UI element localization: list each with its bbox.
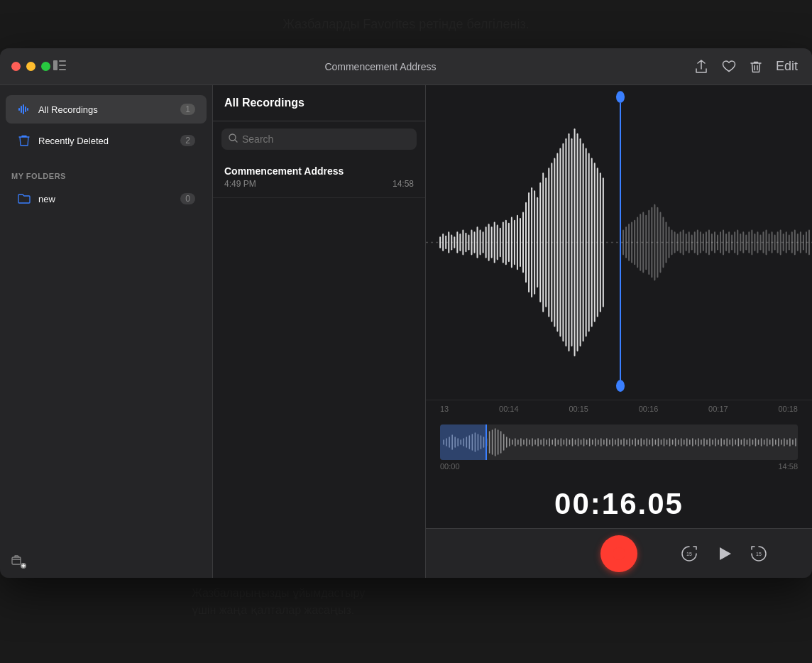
time-marker-3: 00:16	[639, 405, 659, 413]
svg-rect-0	[53, 60, 57, 70]
middle-panel-header: All Recordings	[213, 85, 425, 121]
mini-time-end: 14:58	[778, 462, 798, 471]
mini-time-labels: 00:00 14:58	[440, 460, 798, 473]
titlebar: Commencement Address Edit	[0, 48, 812, 85]
svg-point-72	[616, 91, 625, 103]
app-body: All Recordings 1 Recently Deleted 2 My F…	[0, 85, 812, 578]
waveform-svg	[426, 85, 812, 400]
main-panel: 13 00:14 00:15 00:16 00:17 00:18	[426, 85, 812, 578]
titlebar-actions: Edit	[692, 56, 801, 77]
my-folders-header: My Folders	[0, 165, 212, 183]
traffic-lights	[11, 62, 50, 71]
svg-rect-3	[59, 69, 66, 70]
recording-duration: 14:58	[393, 179, 414, 189]
recording-item[interactable]: Commencement Address 4:49 PM 14:58	[213, 157, 425, 198]
svg-rect-8	[27, 108, 28, 111]
trash-icon	[17, 133, 31, 148]
svg-point-74	[616, 380, 625, 392]
titlebar-center: Commencement Address	[69, 61, 692, 72]
svg-rect-2	[59, 65, 66, 66]
svg-rect-1	[59, 60, 66, 62]
sidebar-bottom	[0, 545, 212, 578]
skip-back-button[interactable]: 15	[679, 543, 700, 564]
tooltip-bottom: Жазбаларыңызды ұйымдастыру үшін жаңа қал…	[0, 578, 812, 663]
svg-rect-4	[18, 108, 20, 111]
sidebar-item-new-folder[interactable]: new 0	[6, 185, 207, 213]
skip-forward-button[interactable]: 15	[748, 543, 769, 564]
waveform-icon	[17, 102, 31, 116]
sidebar-item-recently-deleted[interactable]: Recently Deleted 2	[6, 126, 207, 155]
sidebar-item-all-recordings[interactable]: All Recordings 1	[6, 95, 207, 124]
sidebar-all-recordings-count: 1	[180, 104, 195, 115]
sidebar-toggle-button[interactable]	[50, 56, 69, 77]
mini-time-start: 00:00	[440, 462, 460, 471]
search-icon	[229, 133, 238, 145]
time-marker-1: 00:14	[499, 405, 519, 413]
svg-rect-7	[25, 106, 26, 112]
sidebar-new-folder-count: 0	[180, 193, 195, 204]
edit-button[interactable]: Edit	[773, 56, 801, 77]
add-folder-button[interactable]	[11, 554, 27, 569]
svg-rect-9	[12, 557, 21, 564]
svg-text:15: 15	[686, 552, 692, 557]
middle-panel: All Recordings Commencement Address 4:49…	[213, 85, 426, 578]
folder-icon	[17, 192, 31, 206]
svg-point-266	[613, 547, 625, 560]
controls-bar: 15 15	[426, 528, 812, 578]
mini-waveform-bg[interactable]	[440, 424, 798, 460]
search-bar[interactable]	[221, 128, 417, 150]
play-button[interactable]	[714, 544, 734, 564]
app-window: Commencement Address Edit	[0, 48, 812, 578]
sidebar-recently-deleted-count: 2	[180, 135, 195, 146]
mini-progress-indicator	[440, 424, 487, 460]
playback-time: 00:16.05	[426, 476, 812, 528]
delete-button[interactable]	[747, 57, 764, 77]
svg-rect-6	[23, 104, 24, 114]
record-button[interactable]	[600, 535, 637, 572]
favorite-button[interactable]	[719, 57, 739, 76]
sidebar-recently-deleted-label: Recently Deleted	[38, 136, 173, 146]
time-marker-0: 13	[440, 405, 449, 413]
recording-item-title: Commencement Address	[224, 165, 414, 177]
sidebar: All Recordings 1 Recently Deleted 2 My F…	[0, 85, 213, 578]
time-axis: 13 00:14 00:15 00:16 00:17 00:18	[426, 400, 812, 417]
mini-waveform-container[interactable]: 00:00 14:58	[426, 417, 812, 476]
waveform-area[interactable]	[426, 85, 812, 400]
svg-text:15: 15	[756, 552, 762, 557]
tooltip-top: Жазбаларды Favorites ретінде белгіленіз.	[0, 0, 812, 48]
time-marker-2: 00:15	[569, 405, 588, 413]
sidebar-new-folder-label: new	[38, 194, 173, 204]
playback-controls: 15 15	[679, 543, 769, 564]
time-marker-5: 00:18	[778, 405, 798, 413]
minimize-button[interactable]	[26, 62, 35, 71]
sidebar-all-recordings-label: All Recordings	[38, 104, 173, 115]
maximize-button[interactable]	[41, 62, 50, 71]
close-button[interactable]	[11, 62, 21, 71]
svg-rect-5	[21, 106, 22, 113]
time-marker-4: 00:17	[708, 405, 728, 413]
search-input[interactable]	[242, 133, 410, 145]
titlebar-title: Commencement Address	[324, 61, 436, 72]
recording-time: 4:49 PM	[224, 179, 256, 189]
mini-waveform-svg	[440, 424, 798, 460]
share-button[interactable]	[692, 57, 710, 77]
recording-item-meta: 4:49 PM 14:58	[224, 179, 414, 189]
